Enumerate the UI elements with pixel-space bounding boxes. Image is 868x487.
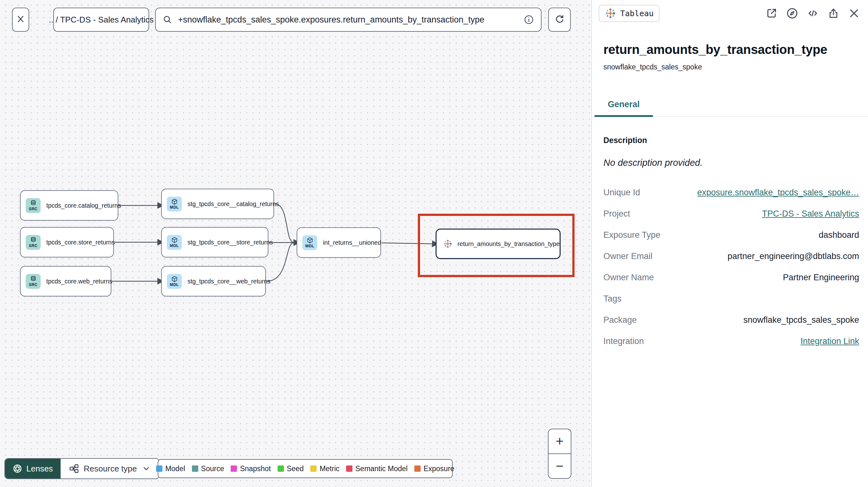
- legend-item-semantic-model: Semantic Model: [346, 464, 408, 473]
- field-label: Package: [603, 315, 637, 325]
- refresh-icon: [555, 14, 565, 25]
- node-label: stg_tpcds_core__catalog_returns: [187, 200, 279, 208]
- resource-package-subtitle: snowflake_tpcds_sales_spoke: [603, 63, 702, 71]
- search-icon: [163, 15, 172, 24]
- cube-icon: [171, 198, 178, 205]
- graph-node-stg_web[interactable]: MDLstg_tpcds_core__web_returns: [161, 266, 266, 296]
- zoom-out-button[interactable]: −: [549, 454, 571, 478]
- legend-item-seed: Seed: [278, 464, 304, 473]
- node-label: stg_tpcds_core__store_returns: [187, 239, 273, 246]
- node-label: tpcds_core.web_returns: [46, 278, 112, 285]
- description-header: Description: [603, 136, 859, 145]
- integration-badge-label: Tableau: [620, 9, 654, 18]
- resource-type-icon: [69, 463, 79, 474]
- source-badge: SRC: [26, 274, 41, 289]
- source-badge: SRC: [26, 235, 41, 250]
- graph-node-exposure[interactable]: return_amounts_by_transaction_type: [436, 229, 561, 259]
- field-value: dashboard: [818, 230, 859, 240]
- zoom-controls: + −: [548, 429, 571, 479]
- field-label: Exposure Type: [603, 230, 660, 240]
- fields-list: Unique Idexposure.snowflake_tpcds_sales_…: [603, 182, 859, 352]
- field-row-tags: Tags: [603, 288, 859, 310]
- panel-actions: [765, 7, 860, 20]
- legend-label: Snapshot: [240, 464, 271, 473]
- legend-label: Seed: [287, 464, 304, 473]
- cube-icon: [171, 275, 178, 283]
- resource-type-label: Resource type: [84, 464, 137, 474]
- graph-node-stg_catalog[interactable]: MDLstg_tpcds_core__catalog_returns: [161, 189, 274, 219]
- field-label: Owner Email: [603, 252, 653, 261]
- graph-node-int_unioned[interactable]: MDLint_returns__unioned: [297, 227, 381, 258]
- explore-compass-icon[interactable]: [786, 7, 799, 20]
- field-row-unique-id: Unique Idexposure.snowflake_tpcds_sales_…: [603, 182, 859, 203]
- breadcrumb[interactable]: .. / TPC-DS - Sales Analytics: [53, 8, 149, 32]
- model-badge: MDL: [167, 235, 182, 250]
- tab-general[interactable]: General: [594, 100, 653, 117]
- field-label: Project: [603, 209, 630, 219]
- resource-type-dropdown[interactable]: Resource type: [61, 459, 159, 479]
- field-row-owner-email: Owner Emailpartner_engineering@dbtlabs.c…: [603, 246, 859, 267]
- close-lineage-button[interactable]: [12, 8, 29, 32]
- graph-node-src_catalog[interactable]: SRCtpcds_core.catalog_returns: [20, 190, 118, 221]
- database-icon: [30, 275, 37, 283]
- field-value[interactable]: TPC-DS - Sales Analytics: [762, 209, 859, 219]
- field-row-exposure-type: Exposure Typedashboard: [603, 225, 859, 246]
- close-icon: [16, 14, 25, 25]
- lenses-label: Lenses: [26, 464, 53, 474]
- legend: ModelSourceSnapshotSeedMetricSemantic Mo…: [158, 459, 453, 478]
- tableau-logo-icon: [443, 237, 453, 251]
- refresh-lineage-button[interactable]: [548, 8, 571, 32]
- lenses-button[interactable]: Lenses: [5, 459, 61, 479]
- node-label: tpcds_core.catalog_returns: [46, 202, 121, 209]
- tableau-logo-icon: [605, 8, 616, 19]
- legend-label: Exposure: [424, 464, 454, 473]
- open-external-icon[interactable]: [765, 7, 778, 20]
- legend-swatch: [192, 465, 198, 472]
- database-icon: [30, 236, 37, 244]
- close-panel-icon[interactable]: [848, 7, 860, 20]
- lineage-search: [155, 8, 541, 32]
- legend-item-exposure: Exposure: [414, 464, 454, 473]
- field-label: Unique Id: [603, 188, 640, 197]
- description-text: No description provided.: [603, 158, 859, 168]
- graph-node-src_store[interactable]: SRCtpcds_core.store_returns: [20, 227, 114, 257]
- legend-swatch: [156, 465, 162, 472]
- field-row-integration: IntegrationIntegration Link: [603, 331, 859, 352]
- model-badge: MDL: [167, 274, 182, 289]
- zoom-in-button[interactable]: +: [549, 429, 571, 454]
- graph-node-src_web[interactable]: SRCtpcds_core.web_returns: [20, 266, 111, 296]
- chevron-down-icon: [142, 464, 151, 473]
- field-row-package: Packagesnowflake_tpcds_sales_spoke: [603, 310, 859, 331]
- search-input[interactable]: [177, 14, 519, 25]
- resource-title: return_amounts_by_transaction_type: [603, 42, 827, 57]
- field-row-project: ProjectTPC-DS - Sales Analytics: [603, 203, 859, 225]
- legend-swatch: [278, 465, 284, 472]
- field-label: Tags: [603, 294, 621, 304]
- field-value[interactable]: exposure.snowflake_tpcds_sales_spoke…: [697, 188, 859, 197]
- node-label: tpcds_core.store_returns: [46, 239, 115, 246]
- panel-tabs: General: [592, 95, 868, 117]
- cube-icon: [171, 236, 178, 244]
- info-icon[interactable]: [524, 14, 534, 25]
- node-label: int_returns__unioned: [323, 239, 381, 246]
- field-row-owner-name: Owner NamePartner Engineering: [603, 267, 859, 288]
- tableau-logo-icon: [605, 8, 616, 19]
- field-label: Integration: [603, 336, 644, 346]
- legend-swatch: [230, 465, 237, 472]
- panel-body: Description No description provided. Uni…: [603, 127, 859, 352]
- field-value: snowflake_tpcds_sales_spoke: [743, 315, 859, 325]
- legend-item-snapshot: Snapshot: [230, 464, 271, 473]
- code-icon[interactable]: [806, 7, 819, 20]
- legend-swatch: [310, 465, 317, 472]
- share-icon[interactable]: [827, 7, 840, 20]
- lineage-canvas[interactable]: .. / TPC-DS - Sales Analytics: [0, 0, 591, 487]
- field-value: Partner Engineering: [783, 273, 859, 283]
- legend-swatch: [414, 465, 421, 472]
- field-value[interactable]: Integration Link: [800, 336, 859, 346]
- legend-swatch: [346, 465, 352, 472]
- dbt-explorer-lineage-app: .. / TPC-DS - Sales Analytics: [0, 0, 868, 487]
- database-icon: [30, 200, 37, 207]
- cube-icon: [307, 237, 313, 244]
- aperture-icon: [13, 464, 22, 474]
- graph-node-stg_store[interactable]: MDLstg_tpcds_core__store_returns: [161, 227, 269, 257]
